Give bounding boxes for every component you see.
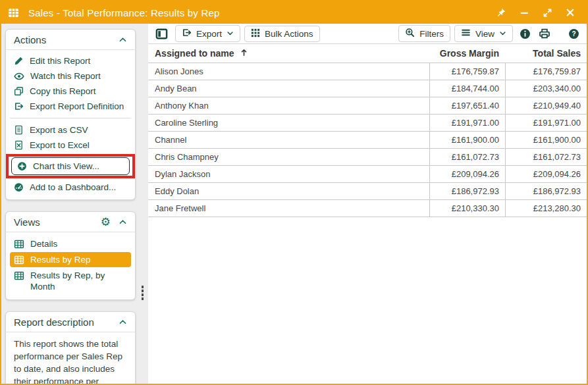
main-content: Export Bulk Actions bbox=[148, 24, 587, 384]
table-row[interactable]: Caroline Sterling£191,971.00£191,971.00 bbox=[148, 115, 587, 132]
minimize-icon[interactable] bbox=[518, 7, 530, 18]
cell-total-sales: £203,340.00 bbox=[505, 80, 587, 97]
cell-gross-margin: £176,759.87 bbox=[429, 63, 505, 80]
annotation-highlight-box: Chart this View... bbox=[6, 154, 135, 178]
collapse-sidebar-icon[interactable] bbox=[153, 25, 170, 42]
view-button[interactable]: View bbox=[454, 25, 513, 42]
bulk-actions-button[interactable]: Bulk Actions bbox=[244, 26, 320, 42]
report-grid-icon bbox=[8, 7, 19, 18]
toolbar: Export Bulk Actions bbox=[148, 24, 587, 44]
export-button[interactable]: Export bbox=[175, 25, 240, 42]
collapse-chevron-icon[interactable] bbox=[119, 318, 127, 326]
maximize-icon[interactable] bbox=[541, 7, 553, 18]
column-header-total-sales[interactable]: Total Sales bbox=[505, 48, 587, 59]
action-item-label: Chart this View... bbox=[33, 161, 99, 172]
filters-button[interactable]: Filters bbox=[398, 25, 450, 42]
cell-assigned-to-name: Anthony Khan bbox=[148, 101, 429, 111]
menu-divider bbox=[10, 118, 131, 118]
action-item-label: Add to a Dashboard... bbox=[30, 182, 116, 193]
action-item-export-to-excel[interactable]: Export to Excel bbox=[6, 138, 135, 153]
cell-gross-margin: £191,971.00 bbox=[429, 115, 505, 131]
pin-icon[interactable] bbox=[495, 7, 507, 18]
actions-panel-title: Actions bbox=[14, 34, 46, 45]
action-item-label: Watch this Report bbox=[30, 70, 101, 82]
cell-assigned-to-name: Dylan Jackson bbox=[148, 169, 429, 179]
view-item-results-by-rep-by-month[interactable]: Results by Rep, by Month bbox=[6, 268, 135, 294]
table-row[interactable]: Jane Fretwell£210,330.30£213,280.30 bbox=[148, 200, 587, 217]
export-icon bbox=[14, 101, 24, 111]
table-row[interactable]: Alison Jones£176,759.87£176,759.87 bbox=[148, 63, 587, 80]
column-header-gross-margin[interactable]: Gross Margin bbox=[429, 48, 505, 59]
csv-file-icon bbox=[14, 125, 24, 135]
excel-file-icon bbox=[14, 140, 24, 150]
column-label: Assigned to name bbox=[155, 48, 234, 59]
collapse-chevron-icon[interactable] bbox=[119, 218, 127, 226]
chevron-down-icon bbox=[227, 29, 234, 39]
report-description-header[interactable]: Report description bbox=[6, 312, 135, 332]
cell-assigned-to-name: Andy Bean bbox=[148, 84, 429, 93]
app-window: Sales - Total Performance: Results by Re… bbox=[0, 0, 588, 385]
views-panel-header[interactable]: Views ⚙ bbox=[6, 212, 135, 232]
actions-panel-header[interactable]: Actions bbox=[6, 30, 135, 50]
action-item-watch-this-report[interactable]: Watch this Report bbox=[6, 68, 135, 84]
action-item-chart-this-view[interactable]: Chart this View... bbox=[11, 157, 130, 175]
info-icon[interactable] bbox=[517, 26, 533, 41]
cell-gross-margin: £209,094.26 bbox=[429, 166, 505, 182]
view-item-label: Results by Rep bbox=[30, 254, 91, 265]
sidebar-resize-handle[interactable] bbox=[142, 286, 144, 300]
table-grid-icon bbox=[14, 239, 24, 249]
cell-assigned-to-name: Chris Champney bbox=[148, 152, 429, 162]
action-item-label: Edit this Report bbox=[30, 55, 90, 66]
action-item-edit-this-report[interactable]: Edit this Report bbox=[6, 53, 135, 68]
actions-panel: Actions Edit this ReportWatch this Repor… bbox=[5, 29, 136, 200]
table-row[interactable]: Eddy Dolan£186,972.93£186,972.93 bbox=[148, 183, 587, 200]
view-item-results-by-rep[interactable]: Results by Rep bbox=[10, 252, 131, 267]
window-title: Sales - Total Performance: Results by Re… bbox=[28, 7, 486, 18]
cell-gross-margin: £184,744.00 bbox=[429, 80, 505, 97]
report-description-text: This report shows the total performance … bbox=[6, 332, 135, 385]
cell-total-sales: £161,072.73 bbox=[505, 149, 587, 165]
eye-icon bbox=[14, 71, 24, 82]
sidebar: Actions Edit this ReportWatch this Repor… bbox=[1, 24, 148, 384]
table-row[interactable]: Anthony Khan£197,651.40£210,949.40 bbox=[148, 97, 587, 115]
report-description-title: Report description bbox=[14, 317, 94, 328]
close-icon[interactable] bbox=[564, 7, 576, 18]
cell-gross-margin: £161,900.00 bbox=[429, 132, 505, 148]
views-panel: Views ⚙ DetailsResults by RepResults by … bbox=[5, 211, 136, 300]
view-item-details[interactable]: Details bbox=[6, 236, 135, 251]
export-label: Export bbox=[196, 29, 222, 39]
cell-gross-margin: £161,072.73 bbox=[429, 149, 505, 165]
table-row[interactable]: Andy Bean£184,744.00£203,340.00 bbox=[148, 80, 587, 97]
sort-ascending-icon bbox=[240, 48, 248, 59]
chevron-down-icon bbox=[499, 29, 506, 39]
table-row[interactable]: Chris Champney£161,072.73£161,072.73 bbox=[148, 149, 587, 166]
view-label: View bbox=[475, 29, 494, 39]
view-item-label: Details bbox=[30, 238, 57, 249]
table-grid-icon bbox=[14, 255, 24, 265]
cell-total-sales: £191,971.00 bbox=[505, 115, 587, 131]
gear-icon[interactable]: ⚙ bbox=[101, 217, 111, 228]
report-description-panel: Report description This report shows the… bbox=[5, 311, 136, 385]
cell-total-sales: £209,094.26 bbox=[505, 166, 587, 182]
action-item-export-as-csv[interactable]: Export as CSV bbox=[6, 122, 135, 138]
view-item-label: Results by Rep, by Month bbox=[30, 270, 127, 292]
action-item-label: Export Report Definition bbox=[30, 101, 124, 112]
table-row[interactable]: Channel£161,900.00£161,900.00 bbox=[148, 132, 587, 149]
action-item-export-report-definition[interactable]: Export Report Definition bbox=[6, 99, 135, 114]
column-header-assigned-to-name[interactable]: Assigned to name bbox=[148, 48, 429, 59]
cell-total-sales: £176,759.87 bbox=[505, 63, 587, 80]
plus-circle-icon bbox=[17, 161, 27, 171]
views-panel-title: Views bbox=[14, 217, 40, 228]
action-item-add-to-a-dashboard[interactable]: Add to a Dashboard... bbox=[6, 180, 135, 195]
cell-gross-margin: £197,651.40 bbox=[429, 97, 505, 114]
svg-text:?: ? bbox=[572, 30, 575, 38]
table-row[interactable]: Dylan Jackson£209,094.26£209,094.26 bbox=[148, 166, 587, 183]
results-table: Assigned to name Gross Margin Total Sale… bbox=[148, 44, 587, 384]
action-item-copy-this-report[interactable]: Copy this Report bbox=[6, 84, 135, 99]
cell-assigned-to-name: Alison Jones bbox=[148, 66, 429, 76]
collapse-chevron-icon[interactable] bbox=[119, 36, 127, 44]
action-item-label: Copy this Report bbox=[30, 86, 96, 97]
print-icon[interactable] bbox=[537, 26, 552, 41]
cell-assigned-to-name: Caroline Sterling bbox=[148, 118, 429, 128]
help-icon[interactable]: ? bbox=[566, 26, 581, 41]
